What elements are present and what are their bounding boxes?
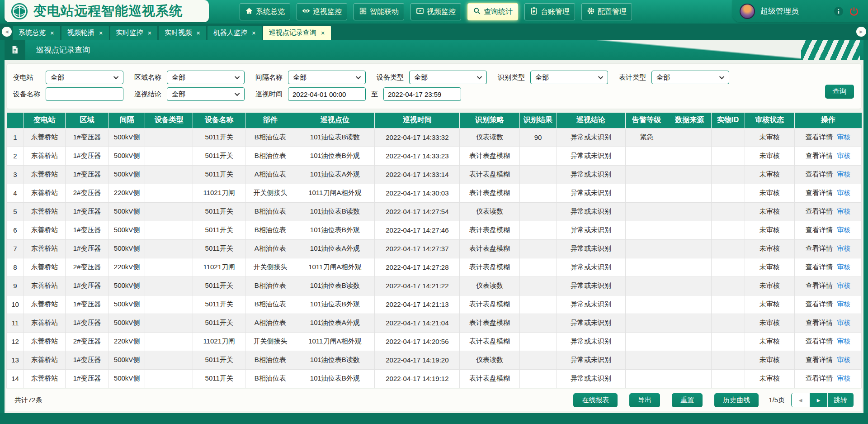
view-detail-link[interactable]: 查看详情 (806, 300, 833, 308)
cell-conclusion: 异常或未识别 (557, 351, 625, 369)
tab-scroll-right-icon[interactable]: ▶ (856, 27, 866, 37)
nav-item-label: 视频监控 (427, 7, 456, 17)
cell-audit: 未审核 (745, 314, 794, 332)
view-detail-link[interactable]: 查看详情 (806, 226, 833, 233)
audit-link[interactable]: 审核 (837, 189, 850, 196)
cell-time: 2022-04-17 14:21:04 (375, 314, 460, 332)
filter-select[interactable]: 全部 (288, 71, 366, 84)
avatar[interactable] (740, 4, 755, 19)
filter-select[interactable]: 全部 (46, 71, 123, 84)
cell-device_type (145, 258, 193, 276)
audit-link[interactable]: 审核 (837, 152, 850, 159)
table-row: 12东善桥站2#变压器220kV侧11021刀闸开关侧接头1011刀闸A相外观2… (7, 332, 862, 351)
nav-item-1[interactable]: 系统总览 (240, 3, 290, 20)
audit-link[interactable]: 审核 (837, 374, 850, 382)
view-detail-link[interactable]: 查看详情 (806, 152, 833, 159)
audit-link[interactable]: 审核 (837, 337, 850, 345)
view-detail-link[interactable]: 查看详情 (806, 337, 833, 345)
prev-page-icon[interactable]: ◀ (792, 393, 810, 407)
audit-link[interactable]: 审核 (837, 263, 850, 271)
time-from-input[interactable] (288, 87, 366, 101)
view-detail-link[interactable]: 查看详情 (806, 263, 833, 271)
jump-button[interactable]: 跳转 (828, 393, 853, 407)
view-detail-link[interactable]: 查看详情 (806, 319, 833, 326)
cell-alarm (625, 165, 668, 184)
user-name: 超级管理员 (760, 6, 828, 16)
cell-result (519, 202, 557, 221)
cell-phys_id (711, 147, 745, 165)
next-page-icon[interactable]: ▶ (810, 393, 828, 407)
audit-link[interactable]: 审核 (837, 244, 850, 252)
view-detail-link[interactable]: 查看详情 (806, 170, 833, 178)
tab-2[interactable]: 视频轮播× (61, 26, 109, 40)
tab-4[interactable]: 实时视频× (159, 26, 206, 40)
cell-device_type (145, 332, 193, 351)
close-icon[interactable]: × (196, 29, 200, 36)
nav-item-3[interactable]: 智能联动 (354, 3, 404, 20)
view-detail-link[interactable]: 查看详情 (806, 133, 833, 141)
view-detail-link[interactable]: 查看详情 (806, 356, 833, 363)
time-to-input[interactable] (383, 87, 461, 101)
conclusion-filter: 巡视结论 全部 (134, 87, 245, 101)
tab-1[interactable]: 系统总览× (13, 26, 60, 40)
close-icon[interactable]: × (148, 29, 152, 36)
view-detail-link[interactable]: 查看详情 (806, 281, 833, 289)
view-detail-link[interactable]: 查看详情 (806, 244, 833, 252)
view-detail-link[interactable]: 查看详情 (806, 189, 833, 196)
close-icon[interactable]: × (99, 29, 103, 36)
cell-station: 东善桥站 (24, 128, 66, 147)
selected-value: 全部 (51, 73, 64, 82)
audit-link[interactable]: 审核 (837, 133, 850, 141)
chevron-down-icon (598, 74, 603, 79)
cell-area: 1#变压器 (66, 295, 109, 314)
nav-item-2[interactable]: 巡视监控 (297, 3, 347, 20)
filter-select[interactable]: 全部 (167, 71, 245, 84)
cell-station: 东善桥站 (24, 202, 66, 221)
audit-link[interactable]: 审核 (837, 207, 850, 215)
device-name-input[interactable] (46, 87, 123, 101)
tab-3[interactable]: 实时监控× (110, 26, 158, 40)
tab-5[interactable]: 机器人监控× (208, 26, 262, 40)
filter-label: 变电站 (13, 73, 46, 82)
cell-no: 8 (7, 258, 24, 276)
close-icon[interactable]: × (252, 29, 256, 36)
cell-bay: 220kV侧 (109, 184, 145, 202)
tab-6[interactable]: 巡视点记录查询× (263, 26, 331, 40)
tab-label: 实时视频 (165, 29, 192, 37)
tab-label: 实时监控 (116, 29, 143, 37)
audit-link[interactable]: 审核 (837, 300, 850, 308)
filter-label: 识别类型 (498, 73, 530, 82)
nav-item-4[interactable]: 视频监控 (410, 3, 461, 20)
filter-select[interactable]: 全部 (409, 71, 487, 84)
audit-link[interactable]: 审核 (837, 356, 850, 363)
tab-scroll-left-icon[interactable]: ◀ (2, 27, 12, 37)
power-icon[interactable] (849, 6, 859, 16)
audit-link[interactable]: 审核 (837, 319, 850, 326)
pagination: ◀ ▶ 跳转 (791, 393, 854, 407)
close-icon[interactable]: × (321, 29, 325, 36)
tab-label: 巡视点记录查询 (269, 29, 316, 37)
reset-button[interactable]: 重置 (672, 393, 703, 407)
history-curve-button[interactable]: 历史曲线 (714, 393, 759, 407)
selected-value: 全部 (656, 73, 670, 82)
cell-device: 5011开关 (193, 276, 245, 295)
nav-item-label: 台账管理 (541, 7, 570, 17)
view-detail-link[interactable]: 查看详情 (806, 374, 833, 382)
close-icon[interactable]: × (50, 29, 54, 36)
audit-link[interactable]: 审核 (837, 226, 850, 233)
online-report-button[interactable]: 在线报表 (573, 393, 618, 407)
audit-link[interactable]: 审核 (837, 170, 850, 178)
view-detail-link[interactable]: 查看详情 (806, 207, 833, 215)
audit-link[interactable]: 审核 (837, 281, 850, 289)
conclusion-select[interactable]: 全部 (167, 87, 245, 101)
search-button[interactable]: 查询 (825, 85, 854, 99)
filter-select[interactable]: 全部 (651, 71, 729, 84)
filter-select[interactable]: 全部 (530, 71, 608, 84)
nav-item-5[interactable]: 查询统计 (467, 3, 518, 20)
nav-item-7[interactable]: 配置管理 (581, 3, 632, 20)
info-icon[interactable] (834, 6, 844, 16)
export-button[interactable]: 导出 (629, 393, 660, 407)
cell-device: 5011开关 (193, 147, 245, 165)
tab-label: 视频轮播 (67, 29, 94, 37)
nav-item-6[interactable]: 台账管理 (524, 3, 575, 20)
